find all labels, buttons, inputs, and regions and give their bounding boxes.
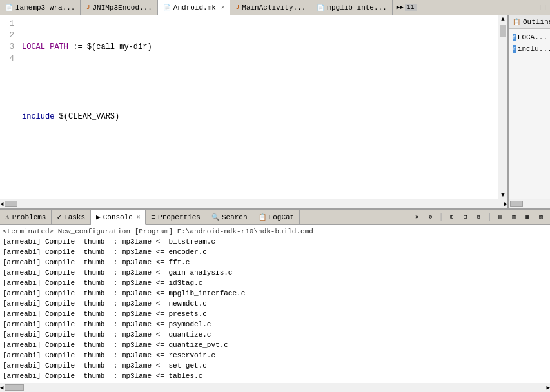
outline-item-icon: f xyxy=(513,34,516,41)
outline-item-include[interactable]: f inclu... xyxy=(511,43,547,55)
mk-icon2: 📄 xyxy=(317,4,324,12)
window-controls: — □ xyxy=(524,0,550,15)
console-output[interactable]: <terminated> New_configuration [Program]… xyxy=(0,225,550,383)
tab-console[interactable]: ▶ Console ✕ xyxy=(91,210,146,225)
tab-mainactivity[interactable]: J MainActivity... xyxy=(230,0,311,15)
outline-item-label2: inclu... xyxy=(518,44,550,54)
separator1: | xyxy=(438,213,445,222)
scrollbar-up-arrow[interactable]: ▲ xyxy=(500,15,505,23)
tab-label: Properties xyxy=(158,213,201,221)
problems-icon: ⚠ xyxy=(5,213,10,221)
console-line: [armeabi] Compile thumb : mp3lame <= bit… xyxy=(3,237,547,247)
code-text2: $(CLEAR_VARS) xyxy=(54,112,119,121)
outline-item-local[interactable]: f LOCA... xyxy=(511,32,547,43)
tab-androidmk[interactable]: 📄 Android.mk ✕ xyxy=(158,0,230,15)
include-keyword: include xyxy=(22,112,54,121)
overflow-count: 11 xyxy=(405,4,417,11)
toolbar-layout2-btn[interactable]: ▥ xyxy=(507,211,520,223)
toolbar-minimize-btn[interactable]: — xyxy=(397,211,410,223)
code-area[interactable]: LOCAL_PATH := $(call my-dir) include $(C… xyxy=(19,15,498,199)
editor-content: 1 2 3 4 LOCAL_PATH := $(call my-dir) inc… xyxy=(0,15,507,199)
bottom-hscroll-left[interactable]: ◀ xyxy=(0,384,3,391)
outline-panel: 📋 Outline f LOCA... f inclu... xyxy=(508,15,550,208)
tab-label: mpglib_inte... xyxy=(327,4,386,12)
tab-label: lamemp3_wra... xyxy=(15,4,75,12)
bottom-panel: ⚠ Problems ✓ Tasks ▶ Console ✕ ≡ Propert… xyxy=(0,208,550,392)
outline-header: 📋 Outline xyxy=(509,15,550,29)
bottom-toolbar-right: — ✕ ⊗ | ⊞ ⊟ ⊠ | ▤ ▥ ▦ ▧ xyxy=(395,210,550,224)
java-icon: J xyxy=(86,4,90,11)
outline-hscrollbar-thumb[interactable] xyxy=(510,201,523,207)
bottom-hscroll-thumb[interactable] xyxy=(5,384,24,391)
tab-problems[interactable]: ⚠ Problems xyxy=(0,210,52,224)
console-line: [armeabi] Compile thumb : mp3lame <= tab… xyxy=(3,371,547,381)
outline-item-icon2: f xyxy=(513,45,516,53)
tab-logcat[interactable]: 📋 LogCat xyxy=(253,210,300,224)
console-line: [armeabi] Compile thumb : mp3lame <= pre… xyxy=(3,309,547,319)
toolbar-layout4-btn[interactable]: ▧ xyxy=(535,211,547,223)
outline-title: Outline xyxy=(523,18,550,26)
maximize-button[interactable]: □ xyxy=(538,3,547,13)
tab-label: Search xyxy=(222,213,248,221)
search-icon: 🔍 xyxy=(211,213,219,221)
console-line: [armeabi] Compile thumb : mp3lame <= id3… xyxy=(3,278,547,288)
minimize-button[interactable]: — xyxy=(526,3,535,13)
console-close-icon[interactable]: ✕ xyxy=(137,213,140,220)
toolbar-layout3-btn[interactable]: ▦ xyxy=(521,211,534,223)
mk-icon: 📄 xyxy=(5,4,13,12)
editor-tab-bar: 📄 lamemp3_wra... J JNIMp3Encod... 📄 Andr… xyxy=(0,0,550,15)
vertical-scrollbar[interactable]: ▲ ▼ xyxy=(498,15,507,199)
console-line: [armeabi] Compile thumb : mp3lame <= new… xyxy=(3,299,547,309)
line-num-3: 3 xyxy=(3,41,14,53)
java-icon2: J xyxy=(235,4,239,11)
separator2: | xyxy=(486,213,493,222)
code-text: := $(call my-dir) xyxy=(68,43,152,52)
outline-hscrollbar[interactable] xyxy=(509,199,550,208)
tab-lamemp3[interactable]: 📄 lamemp3_wra... xyxy=(0,0,81,15)
tab-mpglib[interactable]: 📄 mpglib_inte... xyxy=(311,0,392,15)
tab-properties[interactable]: ≡ Properties xyxy=(146,210,206,224)
local-path-var: LOCAL_PATH xyxy=(22,43,68,52)
hscroll-thumb[interactable] xyxy=(5,201,17,207)
tab-label: Android.mk xyxy=(173,4,216,12)
bottom-hscrollbar[interactable]: ◀ ▶ xyxy=(0,383,550,392)
horizontal-scrollbar[interactable]: ◀ ▶ xyxy=(0,199,507,208)
scrollbar-down-arrow[interactable]: ▼ xyxy=(500,191,505,199)
toolbar-layout1-btn[interactable]: ▤ xyxy=(494,211,507,223)
terminated-line: <terminated> New_configuration [Program]… xyxy=(3,226,547,237)
console-icon: ▶ xyxy=(96,213,101,221)
close-icon[interactable]: ✕ xyxy=(221,4,224,11)
console-line: [armeabi] Compile thumb : mp3lame <= enc… xyxy=(3,247,547,257)
line-num-1: 1 xyxy=(3,18,14,30)
console-line: [armeabi] Compile thumb : mp3lame <= qua… xyxy=(3,329,547,340)
tab-overflow[interactable]: ▶▶ 11 xyxy=(393,0,420,15)
toolbar-stop-btn[interactable]: ✕ xyxy=(411,211,424,223)
code-line-4 xyxy=(22,146,496,157)
editor-area: 1 2 3 4 LOCAL_PATH := $(call my-dir) inc… xyxy=(0,15,508,208)
tab-label: Console xyxy=(103,213,133,221)
bottom-hscroll-right[interactable]: ▶ xyxy=(547,384,550,391)
outline-item-label: LOCA... xyxy=(518,32,547,43)
properties-icon: ≡ xyxy=(151,213,155,221)
hscroll-left[interactable]: ◀ xyxy=(0,201,3,208)
tab-tasks[interactable]: ✓ Tasks xyxy=(52,210,91,224)
tab-search[interactable]: 🔍 Search xyxy=(206,210,253,224)
code-line-3: include $(CLEAR_VARS) xyxy=(22,111,496,122)
tab-label: Problems xyxy=(12,213,46,221)
code-line-1: LOCAL_PATH := $(call my-dir) xyxy=(22,41,496,53)
line-num-4: 4 xyxy=(3,53,14,64)
overflow-arrow: ▶▶ xyxy=(397,4,404,11)
toolbar-filter-btn[interactable]: ⊠ xyxy=(473,211,486,223)
scrollbar-thumb[interactable] xyxy=(500,24,506,37)
tasks-icon: ✓ xyxy=(57,213,61,221)
console-line: [armeabi] Compile thumb : mp3lame <= psy… xyxy=(3,319,547,329)
tab-label: JNIMp3Encod... xyxy=(92,4,152,12)
bottom-tab-bar: ⚠ Problems ✓ Tasks ▶ Console ✕ ≡ Propert… xyxy=(0,210,550,225)
toolbar-scroll-lock-btn[interactable]: ⊞ xyxy=(446,211,458,223)
hscroll-right[interactable]: ▶ xyxy=(504,201,507,208)
tab-jnimp3[interactable]: J JNIMp3Encod... xyxy=(81,0,157,15)
console-line: [armeabi] Compile thumb : mp3lame <= res… xyxy=(3,350,547,360)
toolbar-word-wrap-btn[interactable]: ⊟ xyxy=(459,211,472,223)
console-line: [armeabi] Compile thumb : mp3lame <= mpg… xyxy=(3,288,547,299)
toolbar-clear-btn[interactable]: ⊗ xyxy=(424,211,437,223)
